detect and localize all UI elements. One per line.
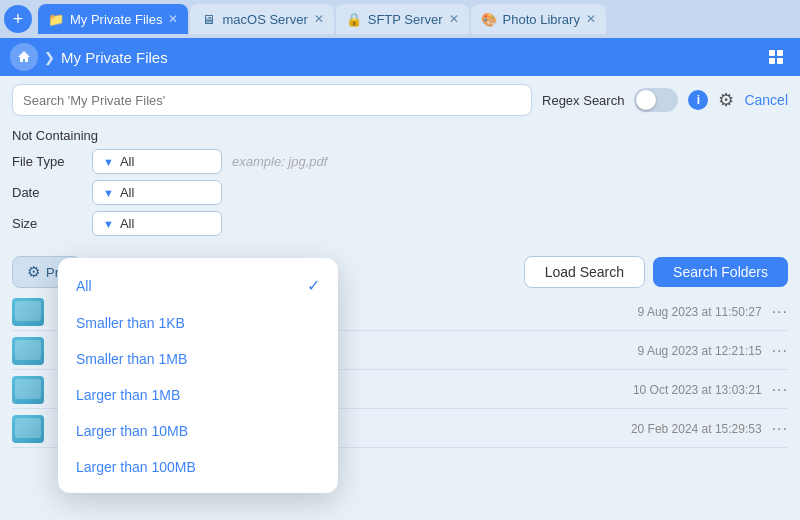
file-type-dropdown[interactable]: ▼ All bbox=[92, 149, 222, 174]
filter-button[interactable]: ⚙ bbox=[718, 89, 734, 111]
folder-icon-2 bbox=[12, 376, 44, 404]
home-icon bbox=[17, 50, 31, 64]
svg-rect-2 bbox=[769, 58, 775, 64]
breadcrumb-bar: ❯ My Private Files bbox=[0, 38, 800, 76]
grid-view-button[interactable] bbox=[762, 43, 790, 71]
tab-macos-server-label: macOS Server bbox=[222, 12, 307, 27]
file-timestamp-0: 9 Aug 2023 at 11:50:27 bbox=[638, 305, 762, 319]
date-dropdown[interactable]: ▼ All bbox=[92, 180, 222, 205]
tab-sftp-icon: 🔒 bbox=[346, 11, 362, 27]
tab-monitor-icon: 🖥 bbox=[200, 11, 216, 27]
add-tab-button[interactable]: + bbox=[4, 5, 32, 33]
tab-macos-server[interactable]: 🖥 macOS Server ✕ bbox=[190, 4, 333, 34]
grid-icon bbox=[768, 49, 784, 65]
folder-icon-0 bbox=[12, 298, 44, 326]
tab-photo-library-close[interactable]: ✕ bbox=[586, 12, 596, 26]
size-option-larger-10mb[interactable]: Larger than 10MB bbox=[58, 413, 338, 449]
folder-icon-1 bbox=[12, 337, 44, 365]
tab-my-private-files-label: My Private Files bbox=[70, 12, 162, 27]
size-option-larger-100mb[interactable]: Larger than 100MB bbox=[58, 449, 338, 485]
tab-sftp-server[interactable]: 🔒 SFTP Server ✕ bbox=[336, 4, 469, 34]
home-button[interactable] bbox=[10, 43, 38, 71]
date-filter-row: Date ▼ All bbox=[12, 180, 788, 205]
tab-sftp-server-close[interactable]: ✕ bbox=[449, 12, 459, 26]
file-timestamp-1: 9 Aug 2023 at 12:21:15 bbox=[638, 344, 762, 358]
folder-icon-3 bbox=[12, 415, 44, 443]
size-dropdown-popup: All ✓ Smaller than 1KB Smaller than 1MB … bbox=[58, 258, 338, 493]
info-button[interactable]: i bbox=[688, 90, 708, 110]
tab-photo-icon: 🎨 bbox=[481, 11, 497, 27]
svg-rect-0 bbox=[769, 50, 775, 56]
size-value: All bbox=[120, 216, 134, 231]
filter-area: Not Containing File Type ▼ All example: … bbox=[0, 124, 800, 250]
file-more-2[interactable]: ··· bbox=[772, 381, 788, 399]
tab-photo-library-label: Photo Library bbox=[503, 12, 580, 27]
svg-rect-1 bbox=[777, 50, 783, 56]
file-type-example: example: jpg,pdf bbox=[232, 154, 327, 169]
size-option-smaller-1kb-label: Smaller than 1KB bbox=[76, 315, 185, 331]
size-option-larger-1mb-label: Larger than 1MB bbox=[76, 387, 180, 403]
regex-search-label: Regex Search bbox=[542, 93, 624, 108]
tab-folder-icon: 📁 bbox=[48, 11, 64, 27]
size-arrow-icon: ▼ bbox=[103, 218, 114, 230]
size-option-smaller-1mb-label: Smaller than 1MB bbox=[76, 351, 187, 367]
checkmark-icon: ✓ bbox=[307, 276, 320, 295]
file-more-0[interactable]: ··· bbox=[772, 303, 788, 321]
size-option-larger-1mb[interactable]: Larger than 1MB bbox=[58, 377, 338, 413]
file-type-label: File Type bbox=[12, 154, 82, 169]
file-timestamp-3: 20 Feb 2024 at 15:29:53 bbox=[631, 422, 762, 436]
file-more-3[interactable]: ··· bbox=[772, 420, 788, 438]
size-option-all-label: All bbox=[76, 278, 92, 294]
size-label: Size bbox=[12, 216, 82, 231]
file-type-filter-row: File Type ▼ All example: jpg,pdf bbox=[12, 149, 788, 174]
date-label: Date bbox=[12, 185, 82, 200]
size-option-larger-100mb-label: Larger than 100MB bbox=[76, 459, 196, 475]
tab-bar: + 📁 My Private Files ✕ 🖥 macOS Server ✕ … bbox=[0, 0, 800, 38]
load-search-button[interactable]: Load Search bbox=[524, 256, 645, 288]
breadcrumb-current: My Private Files bbox=[61, 49, 168, 66]
size-option-smaller-1mb[interactable]: Smaller than 1MB bbox=[58, 341, 338, 377]
date-arrow-icon: ▼ bbox=[103, 187, 114, 199]
size-dropdown[interactable]: ▼ All bbox=[92, 211, 222, 236]
search-bar: Regex Search i ⚙ Cancel bbox=[0, 76, 800, 124]
svg-rect-3 bbox=[777, 58, 783, 64]
date-value: All bbox=[120, 185, 134, 200]
tab-macos-server-close[interactable]: ✕ bbox=[314, 12, 324, 26]
size-option-all[interactable]: All ✓ bbox=[58, 266, 338, 305]
file-timestamp-2: 10 Oct 2023 at 13:03:21 bbox=[633, 383, 762, 397]
tab-sftp-server-label: SFTP Server bbox=[368, 12, 443, 27]
regex-toggle[interactable] bbox=[634, 88, 678, 112]
not-containing-label: Not Containing bbox=[12, 128, 98, 143]
tab-my-private-files[interactable]: 📁 My Private Files ✕ bbox=[38, 4, 188, 34]
not-containing-row: Not Containing bbox=[12, 128, 788, 143]
search-input-wrap[interactable] bbox=[12, 84, 532, 116]
size-filter-row: Size ▼ All bbox=[12, 211, 788, 236]
search-input[interactable] bbox=[23, 93, 521, 108]
toggle-knob bbox=[636, 90, 656, 110]
cancel-button[interactable]: Cancel bbox=[744, 92, 788, 108]
search-folders-button[interactable]: Search Folders bbox=[653, 257, 788, 287]
file-type-arrow-icon: ▼ bbox=[103, 156, 114, 168]
file-more-1[interactable]: ··· bbox=[772, 342, 788, 360]
size-option-smaller-1kb[interactable]: Smaller than 1KB bbox=[58, 305, 338, 341]
tab-photo-library[interactable]: 🎨 Photo Library ✕ bbox=[471, 4, 606, 34]
size-option-larger-10mb-label: Larger than 10MB bbox=[76, 423, 188, 439]
breadcrumb-chevron: ❯ bbox=[44, 50, 55, 65]
gear-icon: ⚙ bbox=[27, 263, 40, 281]
file-type-value: All bbox=[120, 154, 134, 169]
tab-my-private-files-close[interactable]: ✕ bbox=[168, 12, 178, 26]
